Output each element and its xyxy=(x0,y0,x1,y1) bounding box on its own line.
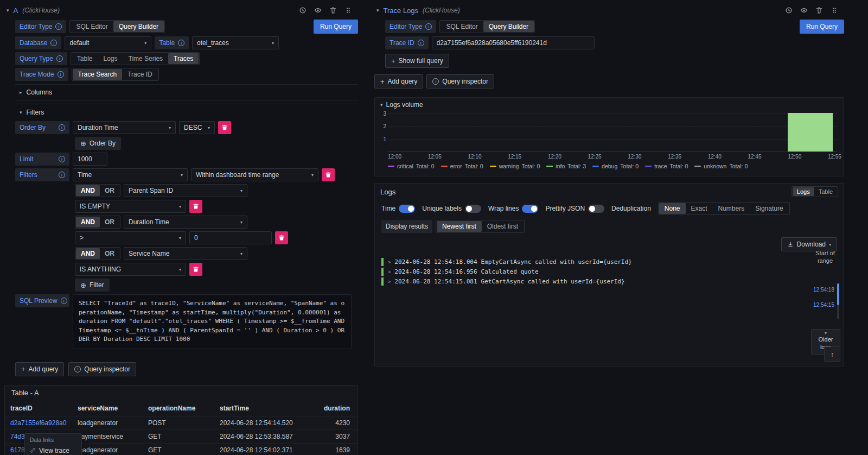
info-icon[interactable]: i xyxy=(50,40,57,46)
add-query-button[interactable]: +Add query xyxy=(15,362,64,376)
filter-field-select[interactable]: Duration Time▾ xyxy=(124,216,247,229)
query-builder-option[interactable]: Query Builder xyxy=(113,21,164,32)
volume-bar-info[interactable] xyxy=(788,113,833,151)
legend-item-debug[interactable]: debugTotal: 0 xyxy=(592,163,639,169)
legend-item-info[interactable]: infoTotal: 3 xyxy=(546,163,586,169)
remove-filter-button[interactable] xyxy=(189,263,202,276)
eye-icon[interactable] xyxy=(314,6,322,15)
expand-chevron-icon[interactable]: > xyxy=(388,260,391,265)
filters-section-toggle[interactable]: ▾ Filters xyxy=(15,104,358,120)
info-icon[interactable]: i xyxy=(56,55,63,62)
or-option[interactable]: OR xyxy=(100,185,119,196)
filter-time-value-select[interactable]: Within dashboard time range▾ xyxy=(191,168,318,181)
query-type-table[interactable]: Table xyxy=(72,53,98,64)
order-by-direction-select[interactable]: DESC▾ xyxy=(179,121,215,134)
query-inspector-button[interactable]: iQuery inspector xyxy=(68,362,136,376)
log-minimap-scrollbar[interactable] xyxy=(837,283,839,319)
scrollbar-thumb[interactable] xyxy=(837,283,839,305)
info-icon[interactable]: i xyxy=(59,156,65,162)
filter-value-input[interactable] xyxy=(189,231,272,244)
query-type-timeseries[interactable]: Time Series xyxy=(123,53,169,64)
or-option[interactable]: OR xyxy=(100,217,119,228)
collapse-chevron-icon[interactable]: ▾ xyxy=(376,8,379,13)
remove-order-by-button[interactable] xyxy=(218,121,231,134)
view-trace-item[interactable]: View trace xyxy=(25,445,81,455)
run-query-button[interactable]: Run Query xyxy=(314,20,358,34)
database-select[interactable]: default▾ xyxy=(65,36,151,49)
query-type-traces[interactable]: Traces xyxy=(168,53,199,64)
log-line[interactable]: > 2024-06-28 12:54:18.004 EmptyCartAsync… xyxy=(381,258,808,266)
collapse-chevron-icon[interactable]: ▾ xyxy=(7,8,9,13)
remove-filter-button[interactable] xyxy=(322,168,335,181)
info-icon[interactable]: i xyxy=(425,23,432,30)
scroll-to-top-button[interactable]: ↑ xyxy=(824,346,840,362)
add-filter-button[interactable]: ⊕Filter xyxy=(75,279,110,292)
legend-item-critical[interactable]: criticalTotal: 0 xyxy=(388,163,435,169)
filter-operator-select[interactable]: >▾ xyxy=(75,231,186,244)
column-header-operationname[interactable]: operationName xyxy=(143,401,214,416)
dedup-none-option[interactable]: None xyxy=(659,203,686,214)
add-order-by-button[interactable]: ⊕Order By xyxy=(75,137,121,150)
trash-icon[interactable] xyxy=(815,6,824,15)
wrap-lines-toggle[interactable] xyxy=(522,205,538,213)
and-option[interactable]: AND xyxy=(76,217,100,228)
query-type-logs[interactable]: Logs xyxy=(98,53,123,64)
column-header-servicename[interactable]: serviceName xyxy=(72,401,143,416)
run-query-button[interactable]: Run Query xyxy=(800,20,844,34)
add-query-button[interactable]: +Add query xyxy=(374,74,423,89)
info-icon[interactable]: i xyxy=(55,23,62,30)
info-icon[interactable]: i xyxy=(61,298,67,304)
table-select[interactable]: otel_traces▾ xyxy=(192,36,279,49)
legend-item-unknown[interactable]: unknownTotal: 0 xyxy=(694,163,748,169)
trace-id-link[interactable]: d2a7155ef6a928a05... xyxy=(10,419,67,427)
eye-icon[interactable] xyxy=(800,6,808,15)
remove-filter-button[interactable] xyxy=(275,231,288,244)
query-inspector-button[interactable]: iQuery inspector xyxy=(426,74,494,89)
newest-first-option[interactable]: Newest first xyxy=(437,221,482,232)
dedup-signature-option[interactable]: Signature xyxy=(750,203,788,214)
columns-section-toggle[interactable]: ▸ Columns xyxy=(15,84,358,100)
unique-labels-toggle[interactable] xyxy=(465,205,481,213)
filter-time-field-select[interactable]: Time▾ xyxy=(73,168,188,181)
dedup-exact-option[interactable]: Exact xyxy=(686,203,713,214)
collapse-chevron-icon[interactable]: ▾ xyxy=(380,102,383,108)
time-toggle[interactable] xyxy=(399,205,415,213)
history-icon[interactable] xyxy=(784,6,793,15)
expand-chevron-icon[interactable]: > xyxy=(388,279,391,285)
info-icon[interactable]: i xyxy=(418,40,424,46)
sql-editor-option[interactable]: SQL Editor xyxy=(71,21,113,32)
drag-handle-icon[interactable] xyxy=(344,6,353,15)
show-full-query-button[interactable]: +Show full query xyxy=(385,54,449,68)
or-option[interactable]: OR xyxy=(100,248,119,259)
prettify-json-toggle[interactable] xyxy=(588,205,604,213)
info-icon[interactable]: i xyxy=(59,124,65,131)
info-icon[interactable]: i xyxy=(58,71,64,78)
table-view-option[interactable]: Table xyxy=(814,187,837,196)
column-header-starttime[interactable]: startTime xyxy=(214,401,312,416)
info-icon[interactable]: i xyxy=(178,40,184,46)
dedup-numbers-option[interactable]: Numbers xyxy=(713,203,750,214)
log-line[interactable]: > 2024-06-28 12:54:16.956 Calculated quo… xyxy=(381,268,808,276)
legend-item-warning[interactable]: warningTotal: 0 xyxy=(490,163,540,169)
log-line[interactable]: > 2024-06-28 12:54:15.081 GetCartAsync c… xyxy=(381,277,808,286)
query-builder-option[interactable]: Query Builder xyxy=(483,21,534,32)
chart-plot-area[interactable] xyxy=(388,113,837,152)
legend-item-error[interactable]: errorTotal: 0 xyxy=(441,163,483,169)
expand-chevron-icon[interactable]: > xyxy=(388,269,391,275)
remove-filter-button[interactable] xyxy=(189,200,202,213)
sql-editor-option[interactable]: SQL Editor xyxy=(441,21,483,32)
trace-id-option[interactable]: Trace ID xyxy=(122,69,158,80)
trace-id-input[interactable] xyxy=(432,36,595,49)
limit-input[interactable] xyxy=(73,153,107,166)
column-header-traceid[interactable]: traceID xyxy=(5,401,72,416)
and-option[interactable]: AND xyxy=(76,185,100,196)
info-icon[interactable]: i xyxy=(59,172,65,178)
trash-icon[interactable] xyxy=(329,6,337,15)
and-option[interactable]: AND xyxy=(76,248,100,259)
drag-handle-icon[interactable] xyxy=(830,6,839,15)
history-icon[interactable] xyxy=(298,6,307,15)
filter-operator-select[interactable]: IS ANYTHING▾ xyxy=(75,263,186,276)
trace-search-option[interactable]: Trace Search xyxy=(73,69,123,80)
order-by-field-select[interactable]: Duration Time▾ xyxy=(73,121,176,134)
filter-field-select[interactable]: Service Name▾ xyxy=(124,247,247,260)
